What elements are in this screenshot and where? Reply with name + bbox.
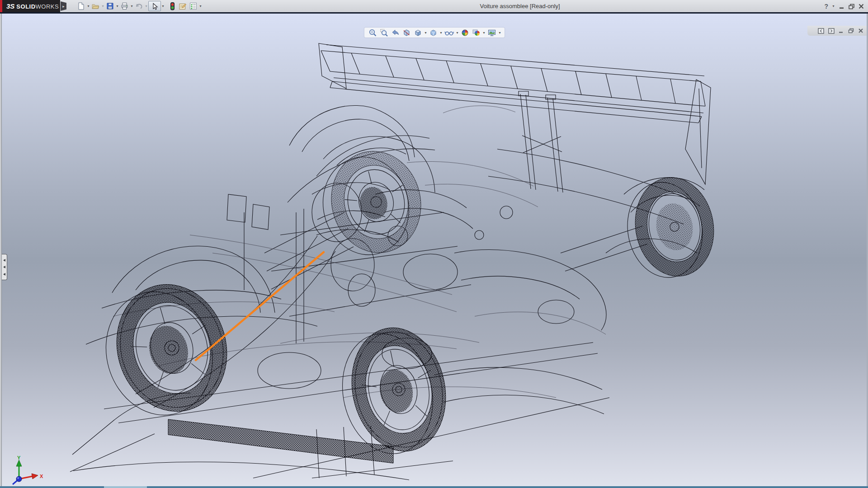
view-orientation-icon <box>414 28 422 37</box>
brand-works: WORKS <box>36 3 59 10</box>
rebuild-button[interactable] <box>168 1 177 11</box>
headsup-view-toolbar: ▾ ▾ ▾ <box>364 28 505 38</box>
collapse-arrow-icon <box>3 259 5 262</box>
open-folder-icon <box>91 2 100 10</box>
undo-button[interactable] <box>134 1 144 11</box>
3ds-glyph: 3S <box>6 2 14 10</box>
note-pad-icon <box>178 2 187 10</box>
left-window-border <box>0 14 2 488</box>
undo-icon <box>135 2 143 10</box>
help-dropdown-caret[interactable]: ▾ <box>831 4 835 8</box>
display-style-icon <box>429 28 438 37</box>
help-button[interactable]: ? <box>824 3 828 10</box>
open-dropdown-caret[interactable]: ▾ <box>101 4 105 8</box>
hide-show-glasses-icon <box>444 28 454 37</box>
collapse-arrow-icon <box>3 266 5 268</box>
select-tool-button[interactable] <box>148 1 161 11</box>
select-cursor-icon <box>151 2 159 10</box>
minimize-button[interactable] <box>839 3 845 9</box>
print-button[interactable] <box>119 1 130 11</box>
save-button[interactable] <box>105 1 115 11</box>
select-dropdown-caret[interactable]: ▾ <box>161 4 165 8</box>
hide-show-items-button[interactable] <box>443 28 455 38</box>
options-checklist-button[interactable] <box>188 1 198 11</box>
close-document-button[interactable] <box>858 28 863 33</box>
save-floppy-icon <box>106 2 114 10</box>
section-view-icon <box>402 28 411 37</box>
feature-tree-collapsed-tab[interactable] <box>2 254 7 280</box>
edit-appearance-button[interactable] <box>459 28 471 38</box>
view-orientation-caret[interactable]: ▾ <box>424 31 428 35</box>
view-settings-icon <box>487 28 496 37</box>
pane-toggle-left-button[interactable] <box>818 28 824 34</box>
new-dropdown-caret[interactable]: ▾ <box>86 4 90 8</box>
apply-scene-icon <box>472 28 481 37</box>
view-orientation-button[interactable] <box>412 28 424 38</box>
document-title: Voiture assomblee [Read-only] <box>480 3 560 9</box>
window-controls: ? ▾ <box>824 1 864 11</box>
apply-scene-caret[interactable]: ▾ <box>482 31 486 35</box>
brand-solid: SOLID <box>16 3 35 10</box>
edit-appearance-icon <box>461 28 469 37</box>
collapse-arrow-icon <box>3 273 5 276</box>
graphics-viewport[interactable]: ▾ ▾ ▾ <box>0 14 868 488</box>
minimize-document-button[interactable] <box>839 28 844 33</box>
restore-document-button[interactable] <box>848 28 854 33</box>
solidworks-logo: 3SSOLIDWORKS <box>0 0 60 12</box>
close-button[interactable] <box>858 3 864 9</box>
print-icon <box>120 2 129 10</box>
undo-dropdown-caret[interactable]: ▾ <box>144 4 148 8</box>
options-dropdown-caret[interactable]: ▾ <box>198 4 203 8</box>
triad-x-label: X <box>40 474 43 479</box>
new-document-button[interactable] <box>76 1 86 11</box>
logo-red-stripe <box>0 0 2 12</box>
title-bar: 3SSOLIDWORKS ▸ ▾ ▾ ▾ <box>0 0 868 12</box>
model-wireframe <box>0 14 868 488</box>
options-checklist-icon <box>189 2 198 10</box>
previous-view-button[interactable] <box>390 28 401 38</box>
view-settings-button[interactable] <box>486 28 498 38</box>
pane-toggle-right-button[interactable] <box>828 28 835 34</box>
zoom-to-area-icon <box>380 28 388 37</box>
reference-triad: Y X Z <box>3 455 46 488</box>
document-window-controls <box>807 26 868 36</box>
zoom-to-area-button[interactable] <box>378 28 390 38</box>
main-toolbar: ▾ ▾ ▾ ▾ <box>76 1 203 11</box>
design-binder-button[interactable] <box>177 1 188 11</box>
print-dropdown-caret[interactable]: ▾ <box>130 4 134 8</box>
previous-view-icon <box>391 28 400 37</box>
zoom-to-fit-button[interactable] <box>367 28 378 38</box>
section-view-button[interactable] <box>401 28 412 38</box>
rebuild-stoplight-icon <box>169 2 176 11</box>
hide-show-caret[interactable]: ▾ <box>455 31 459 35</box>
display-style-caret[interactable]: ▾ <box>439 31 443 35</box>
apply-scene-button[interactable] <box>471 28 482 38</box>
restore-button[interactable] <box>848 3 855 9</box>
view-settings-caret[interactable]: ▾ <box>498 31 502 35</box>
menu-flyout-tab[interactable]: ▸ <box>61 1 66 11</box>
zoom-to-fit-icon <box>368 28 377 37</box>
bottom-border-highlight <box>104 486 147 488</box>
open-button[interactable] <box>90 1 101 11</box>
triad-y-label: Y <box>17 455 21 460</box>
new-document-icon <box>77 2 85 10</box>
save-dropdown-caret[interactable]: ▾ <box>115 4 119 8</box>
display-style-button[interactable] <box>428 28 439 38</box>
logo-text: 3SSOLIDWORKS <box>6 2 59 10</box>
